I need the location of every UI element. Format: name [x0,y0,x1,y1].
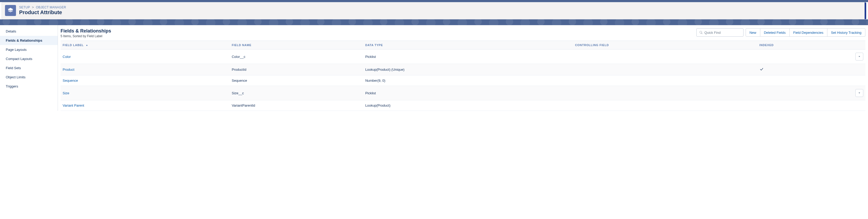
field-label-link[interactable]: Color [63,55,71,59]
field-label-link[interactable]: Sequence [63,79,78,83]
breadcrumb: SETUP > OBJECT MANAGER [19,5,66,9]
row-action-menu[interactable] [856,53,863,61]
sidebar-item-object-limits[interactable]: Object Limits [0,72,58,82]
controlling-field-cell [573,100,757,111]
deleted-fields-button[interactable]: Deleted Fields [760,28,789,37]
row-actions-cell [834,86,865,100]
sidebar-item-label: Fields & Relationships [6,38,42,42]
page-title: Product Attribute [19,9,66,15]
section-subtitle: 5 Items, Sorted by Field Label [61,34,111,38]
row-actions-cell [834,50,865,64]
col-controlling-field[interactable]: CONTROLLING FIELD [573,41,757,50]
table-row: SizeSize__cPicklist [61,86,865,100]
breadcrumb-object-manager[interactable]: OBJECT MANAGER [36,5,66,9]
layers-icon [7,7,13,13]
controlling-field-cell [573,75,757,86]
table-row: Variant ParentVariantParentIdLookup(Prod… [61,100,865,111]
field-name-cell: ProductId [229,64,363,75]
sidebar-item-label: Triggers [6,84,18,88]
table-row: ProductProductIdLookup(Product) (Unique) [61,64,865,75]
sidebar-item-details[interactable]: Details [0,27,58,36]
data-type-cell: Picklist [363,50,573,64]
controlling-field-cell [573,50,757,64]
field-label-link[interactable]: Variant Parent [63,103,84,107]
main-content: Fields & Relationships 5 Items, Sorted b… [58,25,868,111]
col-indexed[interactable]: INDEXED [757,41,834,50]
field-name-cell: VariantParentId [229,100,363,111]
chevron-down-icon [858,55,861,58]
sidebar: Details Fields & Relationships Page Layo… [0,25,58,111]
indexed-cell [757,100,834,111]
check-icon [760,68,764,72]
action-buttons: New Deleted Fields Field Dependencies Se… [746,28,865,37]
col-field-label-text: FIELD LABEL [63,43,84,46]
col-field-label[interactable]: FIELD LABEL ▲ [61,41,229,50]
search-input[interactable] [705,31,741,35]
field-name-cell: Size__c [229,86,363,100]
sidebar-item-fields[interactable]: Fields & Relationships [0,36,58,45]
chevron-down-icon [858,92,861,94]
sidebar-item-label: Compact Layouts [6,57,32,61]
row-actions-cell [834,64,865,75]
field-name-cell: Color__c [229,50,363,64]
indexed-cell [757,75,834,86]
indexed-cell [757,64,834,75]
data-type-cell: Picklist [363,86,573,100]
search-icon [699,31,703,34]
sort-asc-icon: ▲ [86,44,88,46]
fields-table: FIELD LABEL ▲ FIELD NAME DATA TYPE CONTR… [61,41,865,111]
sidebar-item-triggers[interactable]: Triggers [0,82,58,91]
section-title: Fields & Relationships [61,28,111,34]
object-icon [5,5,16,16]
breadcrumb-separator: > [32,5,34,9]
row-action-menu[interactable] [856,89,863,97]
set-history-tracking-button[interactable]: Set History Tracking [827,28,865,37]
row-actions-cell [834,75,865,86]
col-data-type[interactable]: DATA TYPE [363,41,573,50]
controlling-field-cell [573,64,757,75]
new-button[interactable]: New [746,28,760,37]
sidebar-item-label: Details [6,29,16,33]
sidebar-item-label: Field Sets [6,66,21,70]
data-type-cell: Lookup(Product) [363,100,573,111]
data-type-cell: Lookup(Product) (Unique) [363,64,573,75]
field-dependencies-button[interactable]: Field Dependencies [789,28,827,37]
table-row: ColorColor__cPicklist [61,50,865,64]
row-actions-cell [834,100,865,111]
field-label-link[interactable]: Product [63,68,74,71]
table-row: SequenceSequenceNumber(9, 0) [61,75,865,86]
breadcrumb-setup[interactable]: SETUP [19,5,30,9]
col-field-name[interactable]: FIELD NAME [229,41,363,50]
field-name-cell: Sequence [229,75,363,86]
indexed-cell [757,86,834,100]
pattern-strip [0,20,868,25]
quick-find[interactable] [696,28,744,37]
col-actions [834,41,865,50]
field-label-link[interactable]: Size [63,91,69,95]
sidebar-item-field-sets[interactable]: Field Sets [0,63,58,72]
sidebar-item-label: Object Limits [6,75,25,79]
sidebar-item-compact-layouts[interactable]: Compact Layouts [0,54,58,63]
indexed-cell [757,50,834,64]
sidebar-item-label: Page Layouts [6,48,27,52]
controlling-field-cell [573,86,757,100]
data-type-cell: Number(9, 0) [363,75,573,86]
sidebar-item-page-layouts[interactable]: Page Layouts [0,45,58,54]
window-top-stripe [0,0,868,2]
setup-header: SETUP > OBJECT MANAGER Product Attribute [2,2,866,20]
header-accent [865,2,866,19]
